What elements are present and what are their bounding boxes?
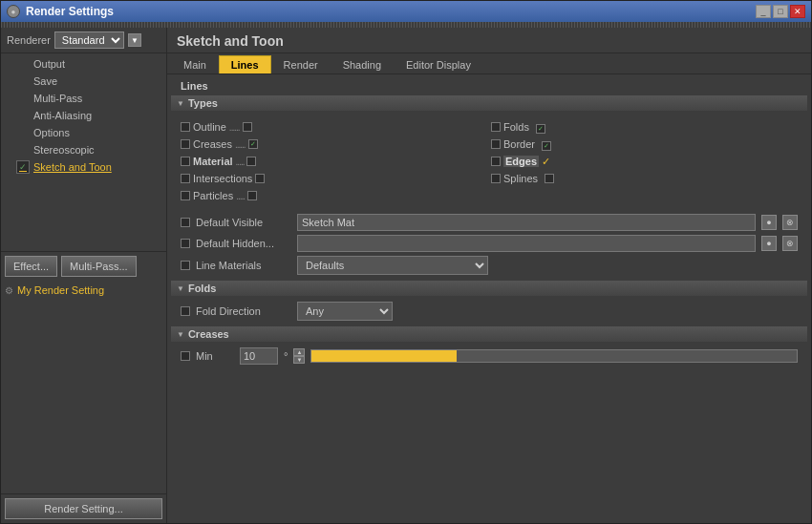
cb-folds2[interactable] <box>536 124 545 134</box>
sidebar-items: Output Save Multi-Pass Anti-Aliasing Opt… <box>1 53 166 251</box>
type-intersections-row: Intersections <box>181 170 487 187</box>
cb-creases[interactable] <box>181 139 190 149</box>
effect-button[interactable]: Effect... <box>5 256 57 277</box>
line-materials-label: Line Materials <box>196 260 291 271</box>
cb-intersections2[interactable] <box>255 174 265 183</box>
folds-container: ▼ Folds Fold Direction Any <box>171 281 807 323</box>
type-outline-row: Outline ...... <box>181 118 487 136</box>
line-materials-select[interactable]: Defaults <box>297 256 488 275</box>
minimize-button[interactable]: _ <box>756 5 771 18</box>
my-render-setting[interactable]: ⚙ My Render Setting <box>1 281 166 300</box>
min-label: Min <box>196 350 234 362</box>
cb-line-materials[interactable] <box>181 261 190 270</box>
cb-particles2[interactable] <box>247 191 257 200</box>
default-hidden-row: Default Hidden... ● ⊗ <box>171 233 807 254</box>
window-icon: ● <box>7 5 20 18</box>
cb-outline[interactable] <box>181 122 190 132</box>
sidebar-bottom: Effect... Multi-Pass... <box>1 251 166 281</box>
sidebar-label-multipass: Multi-Pass <box>33 93 82 104</box>
panel-title: Sketch and Toon <box>177 33 284 49</box>
default-visible-btn2[interactable]: ⊗ <box>782 215 798 230</box>
sidebar-item-output[interactable]: Output <box>1 55 166 73</box>
cb-splines2[interactable] <box>545 174 554 183</box>
cb-border2[interactable] <box>542 141 551 151</box>
sidebar-label-stereoscopic: Stereoscopic <box>33 144 95 156</box>
cb-folds[interactable] <box>491 122 501 132</box>
cb-material2[interactable] <box>246 157 256 166</box>
cb-material[interactable] <box>181 157 190 166</box>
sidebar-label-antialiasing: Anti-Aliasing <box>33 110 92 121</box>
type-material-row: Material ..... <box>181 153 487 170</box>
renderer-bar: Renderer Standard ▼ <box>1 28 166 53</box>
default-visible-btn1[interactable]: ● <box>761 215 777 230</box>
window-title: Render Settings <box>26 5 750 18</box>
sidebar-label-sketch-toon: Sketch and Toon <box>33 161 112 173</box>
type-border-row: Border <box>491 136 798 153</box>
render-setting-button[interactable]: Render Setting... <box>5 498 162 519</box>
label-splines: Splines <box>503 173 538 184</box>
renderer-arrow[interactable]: ▼ <box>128 33 141 47</box>
sidebar-item-options[interactable]: Options <box>1 124 166 141</box>
tab-lines[interactable]: Lines <box>219 55 271 73</box>
default-hidden-btn1[interactable]: ● <box>761 236 777 251</box>
cb-splines[interactable] <box>491 174 501 183</box>
cb-outline2[interactable] <box>243 122 252 132</box>
panel-header: Sketch and Toon <box>167 28 811 53</box>
spin-down[interactable]: ▼ <box>293 356 305 364</box>
sidebar: Renderer Standard ▼ Output Save Mu <box>1 28 167 523</box>
label-creases: Creases <box>193 138 232 150</box>
type-particles-row: Particles ..... <box>181 187 487 204</box>
sidebar-item-stereoscopic[interactable]: Stereoscopic <box>1 141 166 158</box>
edges-checkmark: ✓ <box>542 156 550 168</box>
types-arrow: ▼ <box>177 99 184 108</box>
fold-direction-select[interactable]: Any <box>297 302 393 321</box>
types-section-header: ▼ Types <box>171 95 807 111</box>
check-output <box>16 57 30 71</box>
cb-particles[interactable] <box>181 191 190 200</box>
sidebar-item-sketch-toon[interactable]: Sketch and Toon <box>1 158 166 176</box>
close-button[interactable]: ✕ <box>790 5 805 18</box>
tab-shading[interactable]: Shading <box>331 55 394 73</box>
lines-header: Lines <box>171 78 807 95</box>
cb-intersections[interactable] <box>181 174 190 183</box>
sidebar-label-save: Save <box>33 75 57 87</box>
cb-default-visible[interactable] <box>181 218 190 227</box>
fold-direction-row: Fold Direction Any <box>171 300 807 323</box>
check-sketch-toon <box>16 160 30 174</box>
default-visible-input[interactable] <box>297 214 756 231</box>
dots-material: ..... <box>236 157 245 167</box>
tab-editor-display[interactable]: Editor Display <box>394 55 483 73</box>
label-edges: Edges <box>503 156 539 167</box>
cb-min[interactable] <box>181 351 190 361</box>
default-hidden-label: Default Hidden... <box>196 238 291 249</box>
type-folds-row: Folds <box>491 118 798 136</box>
min-slider[interactable] <box>310 349 798 363</box>
maximize-button[interactable]: □ <box>773 5 788 18</box>
tab-render[interactable]: Render <box>271 55 331 73</box>
default-visible-row: Default Visible ● ⊗ <box>171 212 807 233</box>
sidebar-item-multipass[interactable]: Multi-Pass <box>1 90 166 107</box>
check-stereoscopic <box>16 143 30 157</box>
tab-main[interactable]: Main <box>171 55 219 73</box>
cb-border[interactable] <box>491 139 501 149</box>
check-multipass <box>16 92 30 105</box>
renderer-select[interactable]: Standard <box>54 31 124 49</box>
multipass-button[interactable]: Multi-Pass... <box>61 256 137 277</box>
cb-default-hidden[interactable] <box>181 239 190 248</box>
label-border: Border <box>503 138 535 150</box>
min-input[interactable] <box>240 347 278 365</box>
cb-edges[interactable] <box>491 157 501 166</box>
default-hidden-btn2[interactable]: ⊗ <box>782 236 798 251</box>
min-row: Min ° ▲ ▼ <box>171 346 807 367</box>
right-panel: Sketch and Toon Main Lines Render Shadin… <box>167 28 811 523</box>
type-creases-row: Creases ...... <box>181 136 487 153</box>
cb-fold-direction[interactable] <box>181 306 190 316</box>
spin-up[interactable]: ▲ <box>293 348 305 356</box>
sidebar-item-save[interactable]: Save <box>1 73 166 90</box>
default-hidden-input[interactable] <box>297 235 756 252</box>
cb-creases2[interactable] <box>248 139 258 149</box>
label-outline: Outline <box>193 121 226 133</box>
sidebar-item-antialiasing[interactable]: Anti-Aliasing <box>1 107 166 124</box>
min-unit: ° <box>284 350 288 362</box>
dots-outline: ...... <box>229 122 240 133</box>
